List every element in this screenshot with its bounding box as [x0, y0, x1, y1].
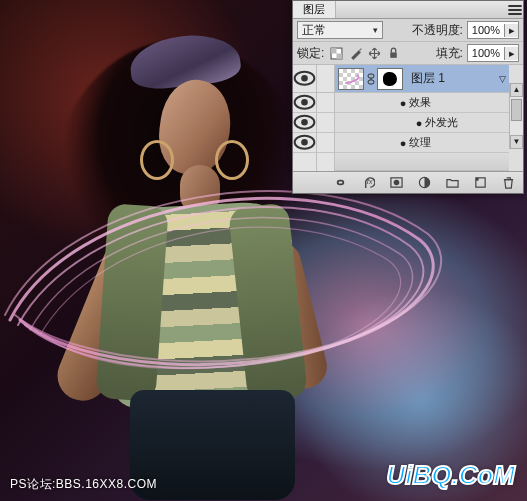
- svg-rect-6: [368, 74, 374, 78]
- layer-list: 图层 1 ▽ ● 效果 ● 外发光: [293, 65, 523, 171]
- layer-mask-icon[interactable]: [387, 174, 405, 192]
- fill-label: 填充:: [436, 45, 463, 62]
- mask-link-icon[interactable]: [367, 73, 377, 85]
- blend-mode-value: 正常: [302, 22, 326, 39]
- layer-style-icon[interactable]: fx: [359, 174, 377, 192]
- lock-label: 锁定:: [297, 45, 324, 62]
- svg-point-10: [301, 99, 308, 106]
- link-layers-icon[interactable]: [331, 174, 349, 192]
- artwork-figure: [30, 10, 330, 500]
- blend-mode-select[interactable]: 正常 ▾: [297, 21, 383, 39]
- panel-footer: fx: [293, 171, 523, 193]
- scroll-down-button[interactable]: ▼: [510, 135, 523, 149]
- figure-earring-left: [140, 140, 174, 180]
- panel-tab-bar: 图层: [293, 1, 523, 19]
- fill-input[interactable]: 100% ▸: [467, 44, 519, 62]
- link-column[interactable]: [317, 113, 335, 132]
- opacity-arrow-icon[interactable]: ▸: [504, 24, 518, 37]
- new-layer-icon[interactable]: [471, 174, 489, 192]
- eye-icon: [293, 114, 316, 130]
- layer-row[interactable]: 图层 1 ▽: [293, 65, 509, 93]
- watermark-left: PS论坛:BBS.16XX8.COM: [10, 476, 157, 493]
- effects-bullet-icon: ●: [397, 97, 409, 109]
- visibility-toggle[interactable]: [293, 153, 317, 171]
- lock-fill-row: 锁定: 填充: 100% ▸: [293, 42, 523, 65]
- visibility-toggle[interactable]: [293, 113, 317, 132]
- chevron-down-icon: ▾: [373, 25, 378, 35]
- effects-disclosure-icon[interactable]: ▽: [495, 74, 509, 84]
- link-column[interactable]: [317, 133, 335, 152]
- layer-list-partial-row: [293, 153, 509, 171]
- opacity-label: 不透明度:: [412, 22, 463, 39]
- lock-position-icon[interactable]: [366, 45, 382, 61]
- svg-rect-2: [336, 53, 341, 58]
- lock-transparency-icon[interactable]: [328, 45, 344, 61]
- svg-text:fx: fx: [366, 177, 372, 186]
- texture-row[interactable]: ● 纹理: [293, 133, 509, 153]
- svg-point-14: [301, 139, 308, 146]
- layer-name[interactable]: 图层 1: [407, 70, 445, 87]
- layer-thumbnail[interactable]: [338, 68, 364, 90]
- delete-layer-icon[interactable]: [499, 174, 517, 192]
- opacity-value: 100%: [468, 24, 504, 36]
- adjustment-layer-icon[interactable]: [415, 174, 433, 192]
- svg-rect-7: [368, 80, 374, 84]
- link-column[interactable]: [317, 153, 335, 171]
- lock-all-icon[interactable]: [385, 45, 401, 61]
- opacity-input[interactable]: 100% ▸: [467, 21, 519, 39]
- visibility-toggle[interactable]: [293, 93, 317, 112]
- visibility-toggle[interactable]: [293, 133, 317, 152]
- outer-glow-row[interactable]: ● 外发光: [293, 113, 509, 133]
- eye-icon: [293, 94, 316, 110]
- visibility-toggle[interactable]: [293, 65, 317, 92]
- scroll-thumb[interactable]: [511, 99, 522, 121]
- svg-rect-3: [390, 52, 397, 57]
- tab-layers[interactable]: 图层: [293, 1, 336, 18]
- layer-scrollbar[interactable]: ▲ ▼: [509, 83, 523, 149]
- fill-value: 100%: [468, 47, 504, 59]
- lock-pixels-icon[interactable]: [347, 45, 363, 61]
- texture-bullet-icon: ●: [397, 137, 409, 149]
- group-icon[interactable]: [443, 174, 461, 192]
- eye-icon: [293, 70, 316, 86]
- svg-point-17: [393, 180, 399, 186]
- fill-arrow-icon[interactable]: ▸: [504, 47, 518, 60]
- effect-bullet-icon: ●: [413, 117, 425, 129]
- scroll-up-button[interactable]: ▲: [510, 83, 523, 97]
- effects-row[interactable]: ● 效果: [293, 93, 509, 113]
- blend-opacity-row: 正常 ▾ 不透明度: 100% ▸: [293, 19, 523, 42]
- eye-icon: [293, 134, 316, 150]
- outer-glow-label: 外发光: [425, 115, 458, 130]
- svg-point-5: [301, 75, 308, 82]
- effects-label: 效果: [409, 95, 431, 110]
- texture-label: 纹理: [409, 135, 431, 150]
- figure-earring-right: [215, 140, 249, 180]
- layers-panel: 图层 正常 ▾ 不透明度: 100% ▸ 锁定:: [292, 0, 524, 194]
- layer-mask-thumbnail[interactable]: [377, 68, 403, 90]
- svg-rect-1: [331, 48, 336, 53]
- panel-menu-button[interactable]: [507, 2, 523, 18]
- scroll-track[interactable]: [510, 97, 523, 135]
- watermark-right: UiBQ.CoM: [386, 460, 515, 491]
- link-column[interactable]: [317, 65, 335, 92]
- svg-point-12: [301, 119, 308, 126]
- link-column[interactable]: [317, 93, 335, 112]
